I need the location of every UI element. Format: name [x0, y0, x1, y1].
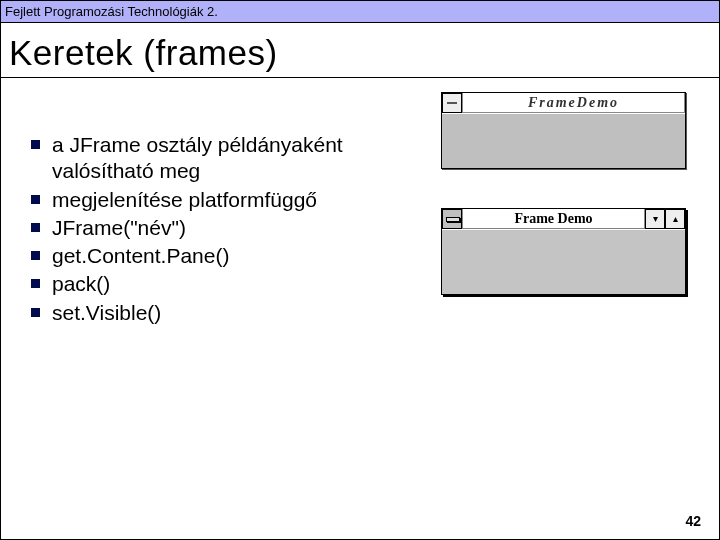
client-area: [442, 229, 685, 294]
titlebar: FrameDemo: [442, 93, 685, 113]
bullet-icon: [31, 279, 40, 288]
figures: FrameDemo Frame Demo: [431, 90, 719, 328]
bullet-icon: [31, 195, 40, 204]
minimize-icon: [645, 209, 665, 229]
window-title: FrameDemo: [462, 93, 685, 112]
list-item: megjelenítése platformfüggő: [31, 187, 431, 213]
bullet-icon: [31, 251, 40, 260]
bullet-text: JFrame("név"): [52, 215, 186, 241]
window-title: Frame Demo: [462, 209, 645, 228]
bullet-text: pack(): [52, 271, 110, 297]
bullet-icon: [31, 308, 40, 317]
titlebar: Frame Demo: [442, 209, 685, 229]
list-item: JFrame("név"): [31, 215, 431, 241]
bullet-text: a JFrame osztály példányaként valósíthat…: [52, 132, 431, 185]
system-menu-icon: [442, 209, 462, 229]
list-item: get.Content.Pane(): [31, 243, 431, 269]
frame-preview-win9x: Frame Demo: [441, 208, 686, 295]
bullet-icon: [31, 140, 40, 149]
maximize-icon: [665, 209, 685, 229]
system-menu-icon: [442, 93, 462, 113]
course-label: Fejlett Programozási Technológiák 2.: [5, 4, 218, 19]
bullet-icon: [31, 223, 40, 232]
slide-title: Keretek (frames): [1, 23, 719, 77]
list-item: pack(): [31, 271, 431, 297]
list-item: a JFrame osztály példányaként valósíthat…: [31, 132, 431, 185]
header-bar: Fejlett Programozási Technológiák 2.: [1, 1, 719, 23]
bullet-text: set.Visible(): [52, 300, 161, 326]
bullet-text: megjelenítése platformfüggő: [52, 187, 317, 213]
bullet-text: get.Content.Pane(): [52, 243, 229, 269]
list-item: set.Visible(): [31, 300, 431, 326]
client-area: [442, 113, 685, 168]
page-number: 42: [685, 513, 701, 529]
bullet-list: a JFrame osztály példányaként valósíthat…: [1, 90, 431, 328]
frame-preview-motif: FrameDemo: [441, 92, 686, 169]
